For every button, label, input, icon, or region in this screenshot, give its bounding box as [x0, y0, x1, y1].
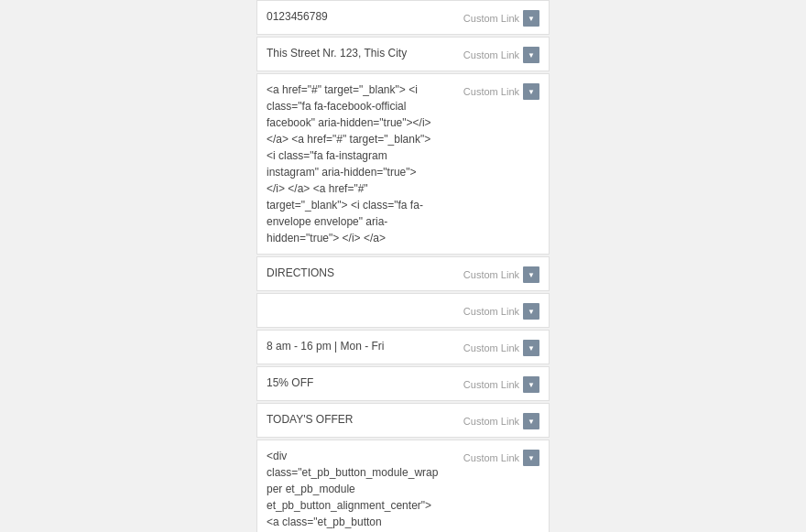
custom-link-label-social-html: Custom Link: [463, 86, 519, 97]
row-todays-offer: TODAY'S OFFERCustom Link: [256, 403, 550, 438]
custom-link-label-button-html: Custom Link: [463, 452, 519, 463]
rows-container: 0123456789Custom LinkThis Street Nr. 123…: [256, 0, 550, 532]
row-right-directions: Custom Link: [463, 266, 539, 283]
dropdown-arrow-social-html[interactable]: [523, 83, 539, 100]
custom-link-label-empty: Custom Link: [463, 306, 519, 317]
row-hours: 8 am - 16 pm | Mon - FriCustom Link: [256, 330, 550, 364]
row-button-html: <div class="et_pb_button_module_wrap per…: [256, 440, 550, 532]
dropdown-arrow-todays-offer[interactable]: [523, 413, 539, 429]
custom-link-label-discount: Custom Link: [463, 379, 519, 390]
row-right-address: Custom Link: [463, 47, 539, 63]
row-right-button-html: Custom Link: [463, 450, 539, 466]
dropdown-arrow-button-html[interactable]: [523, 450, 539, 466]
custom-link-label-phone: Custom Link: [463, 13, 519, 24]
row-content-social-html: <a href="#" target="_blank"> <i class="f…: [267, 81, 463, 246]
row-content-discount: 15% OFF: [267, 375, 463, 391]
dropdown-arrow-address[interactable]: [523, 47, 539, 63]
row-content-todays-offer: TODAY'S OFFER: [267, 411, 463, 428]
row-right-hours: Custom Link: [463, 340, 539, 356]
row-discount: 15% OFFCustom Link: [256, 366, 550, 401]
row-right-social-html: Custom Link: [463, 83, 539, 100]
dropdown-arrow-discount[interactable]: [523, 376, 539, 393]
row-content-hours: 8 am - 16 pm | Mon - Fri: [267, 338, 463, 354]
row-social-html: <a href="#" target="_blank"> <i class="f…: [256, 73, 550, 255]
custom-link-label-todays-offer: Custom Link: [463, 416, 519, 427]
custom-link-label-directions: Custom Link: [463, 269, 519, 280]
dropdown-arrow-phone[interactable]: [523, 10, 539, 27]
row-right-empty: Custom Link: [463, 303, 539, 320]
row-right-phone: Custom Link: [463, 10, 539, 27]
custom-link-label-address: Custom Link: [463, 49, 519, 60]
row-address: This Street Nr. 123, This CityCustom Lin…: [256, 37, 550, 71]
custom-link-label-hours: Custom Link: [463, 342, 519, 353]
row-content-phone: 0123456789: [267, 8, 463, 25]
row-phone: 0123456789Custom Link: [256, 0, 550, 35]
row-content-address: This Street Nr. 123, This City: [267, 45, 463, 61]
row-right-discount: Custom Link: [463, 376, 539, 393]
dropdown-arrow-hours[interactable]: [523, 340, 539, 356]
row-content-button-html: <div class="et_pb_button_module_wrap per…: [267, 448, 463, 532]
row-directions: DIRECTIONSCustom Link: [256, 256, 550, 291]
row-content-directions: DIRECTIONS: [267, 265, 463, 281]
dropdown-arrow-directions[interactable]: [523, 266, 539, 283]
row-right-todays-offer: Custom Link: [463, 413, 539, 429]
dropdown-arrow-empty[interactable]: [523, 303, 539, 320]
row-empty: Custom Link: [256, 293, 550, 328]
